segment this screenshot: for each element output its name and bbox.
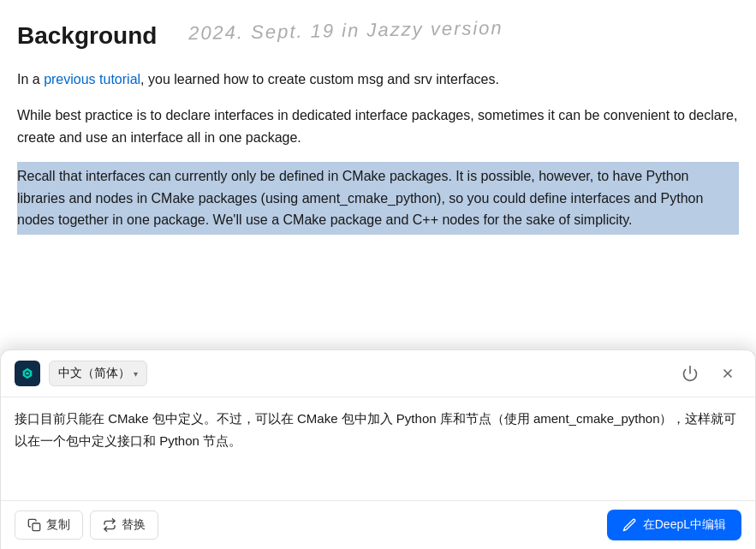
chevron-down-icon: ▾ [134,369,138,379]
close-button[interactable] [714,363,741,384]
language-label: 中文（简体） [58,366,130,381]
paragraph-1: In a previous tutorial, you learned how … [17,69,739,91]
deepl-logo-icon [20,366,35,381]
copy-button[interactable]: 复制 [15,510,83,540]
close-icon [721,367,735,380]
copy-icon [27,518,41,532]
page-title: Background [17,14,739,51]
power-icon [682,365,699,382]
para1-pre: In a [17,72,44,87]
popup-footer: 复制 替换 在DeepL中编辑 [1,500,755,549]
paragraph-2: While best practice is to declare interf… [17,104,739,148]
edit-label: 在DeepL中编辑 [643,517,726,533]
language-selector[interactable]: 中文（简体） ▾ [49,361,147,386]
power-button[interactable] [675,361,705,385]
paragraph-3-highlighted: Recall that interfaces can currently onl… [17,162,739,235]
previous-tutorial-link[interactable]: previous tutorial [44,72,140,87]
translation-popup: 中文（简体） ▾ 接口目前只能在 CMake 包中定义。不过，可以在 CMake… [0,349,756,549]
svg-rect-3 [33,523,40,531]
popup-header: 中文（简体） ▾ [1,350,755,397]
edit-deepl-icon [622,518,636,532]
popup-body: 接口目前只能在 CMake 包中定义。不过，可以在 CMake 包中加入 Pyt… [1,397,755,500]
replace-icon [103,518,116,532]
deepl-logo [15,361,40,386]
replace-label: 替换 [122,517,146,533]
edit-in-deepl-button[interactable]: 在DeepL中编辑 [607,510,741,540]
copy-label: 复制 [46,517,70,533]
para1-post: , you learned how to create custom msg a… [140,72,499,87]
page-content: 2024. Sept. 19 in Jazzy version Backgrou… [0,0,756,235]
translated-text: 接口目前只能在 CMake 包中定义。不过，可以在 CMake 包中加入 Pyt… [15,408,741,451]
replace-button[interactable]: 替换 [90,510,158,540]
para3-rest: We'll use a CMake package and C++ nodes … [209,212,632,227]
